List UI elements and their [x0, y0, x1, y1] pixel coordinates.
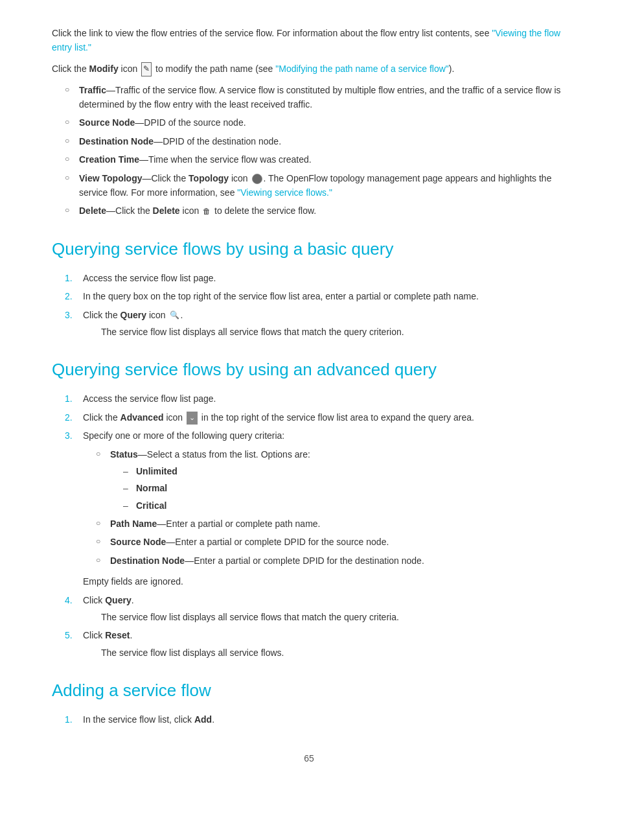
advanced-icon: ⌄: [187, 412, 198, 425]
bullet-destination-node: Destination Node—DPID of the destination…: [65, 134, 566, 148]
status-unlimited: Unlimited: [123, 464, 566, 478]
advanced-step-5: Click Reset. The service flow list displ…: [65, 628, 566, 660]
criteria-source-node: Source Node—Enter a partial or complete …: [96, 535, 566, 549]
status-options: Unlimited Normal Critical: [123, 464, 566, 513]
adding-steps: In the service flow list, click Add.: [65, 712, 566, 727]
adding-step-1: In the service flow list, click Add.: [65, 712, 566, 727]
criteria-status: Status—Select a status from the list. Op…: [96, 447, 566, 513]
basic-step-2: In the query box on the top right of the…: [65, 289, 566, 303]
advanced-step-4: Click Query. The service flow list displ…: [65, 593, 566, 625]
delete-icon: 🗑: [203, 205, 211, 218]
advanced-step-1: Access the service flow list page.: [65, 391, 566, 406]
topology-icon: [252, 174, 262, 184]
modifying-path-link[interactable]: "Modifying the path name of a service fl…: [275, 64, 449, 74]
modify-icon: ✎: [141, 62, 152, 76]
basic-step-3: Click the Query icon 🔍. The service flow…: [65, 308, 566, 340]
basic-query-heading: Querying service flows by using a basic …: [52, 239, 566, 259]
advanced-query-steps: Access the service flow list page. Click…: [65, 391, 566, 660]
intro-paragraph-1: Click the link to view the flow entries …: [52, 26, 566, 55]
basic-query-steps: Access the service flow list page. In th…: [65, 271, 566, 340]
advanced-step-2: Click the Advanced icon ⌄ in the top rig…: [65, 410, 566, 425]
intro-paragraph-2: Click the Modify icon ✎ to modify the pa…: [52, 62, 566, 76]
page-number: 65: [52, 753, 566, 764]
adding-service-flow-heading: Adding a service flow: [52, 681, 566, 701]
advanced-query-heading: Querying service flows by using an advan…: [52, 360, 566, 380]
bullet-creation-time: Creation Time—Time when the service flow…: [65, 152, 566, 167]
bullet-delete: Delete—Click the Delete icon 🗑 to delete…: [65, 204, 566, 218]
advanced-step-4-sub: The service flow list displays all servi…: [101, 610, 566, 624]
query-search-icon: 🔍: [170, 309, 179, 321]
advanced-step-3: Specify one or more of the following que…: [65, 428, 566, 589]
criteria-path-name: Path Name—Enter a partial or complete pa…: [96, 517, 566, 531]
advanced-criteria-list: Status—Select a status from the list. Op…: [96, 447, 566, 568]
bullet-view-topology: View Topology—Click the Topology icon . …: [65, 171, 566, 200]
bullet-source-node: Source Node—DPID of the source node.: [65, 115, 566, 130]
empty-fields-note: Empty fields are ignored.: [83, 574, 566, 589]
basic-step-3-sub: The service flow list displays all servi…: [101, 325, 566, 339]
viewing-service-flows-link[interactable]: "Viewing service flows.": [237, 187, 332, 198]
status-critical: Critical: [123, 498, 566, 513]
bullet-traffic: Traffic—Traffic of the service flow. A s…: [65, 83, 566, 112]
page-container: Click the link to view the flow entries …: [0, 0, 618, 802]
status-normal: Normal: [123, 481, 566, 495]
advanced-step-5-sub: The service flow list displays all servi…: [101, 646, 566, 660]
criteria-destination-node: Destination Node—Enter a partial or comp…: [96, 554, 566, 568]
basic-step-1: Access the service flow list page.: [65, 271, 566, 285]
flow-entry-list-link[interactable]: "Viewing the flow entry list.": [52, 28, 560, 52]
field-bullet-list: Traffic—Traffic of the service flow. A s…: [65, 83, 566, 218]
